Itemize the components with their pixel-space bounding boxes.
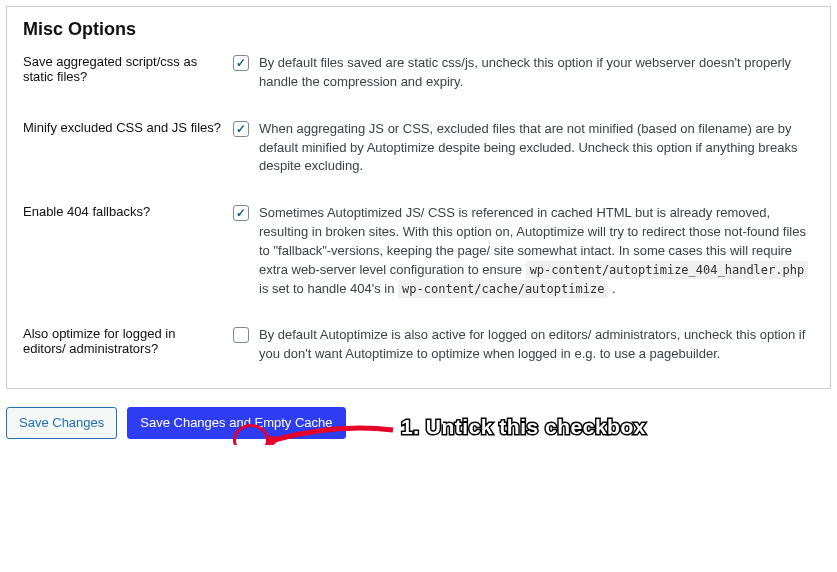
checkbox-minify-excluded[interactable] xyxy=(233,121,249,137)
panel-title: Misc Options xyxy=(23,19,814,40)
code-handler-path: wp-content/autoptimize_404_handler.php xyxy=(526,261,809,279)
desc-enable-404: Sometimes Autoptimized JS/ CSS is refere… xyxy=(259,204,814,298)
code-cache-path: wp-content/cache/autoptimize xyxy=(398,280,608,298)
desc-also-optimize: By default Autoptimize is also active fo… xyxy=(259,326,814,364)
label-save-static: Save aggregated script/css as static fil… xyxy=(23,54,233,92)
action-bar: Save Changes Save Changes and Empty Cach… xyxy=(6,407,831,439)
save-changes-button[interactable]: Save Changes xyxy=(6,407,117,439)
desc-minify-excluded: When aggregating JS or CSS, excluded fil… xyxy=(259,120,814,177)
save-and-empty-cache-button[interactable]: Save Changes and Empty Cache xyxy=(127,407,345,439)
row-minify-excluded: Minify excluded CSS and JS files? When a… xyxy=(23,120,814,177)
misc-options-panel: Misc Options Save aggregated script/css … xyxy=(6,6,831,389)
checkbox-also-optimize[interactable] xyxy=(233,327,249,343)
row-enable-404: Enable 404 fallbacks? Sometimes Autoptim… xyxy=(23,204,814,298)
desc-save-static: By default files saved are static css/js… xyxy=(259,54,814,92)
label-enable-404: Enable 404 fallbacks? xyxy=(23,204,233,298)
label-minify-excluded: Minify excluded CSS and JS files? xyxy=(23,120,233,177)
row-also-optimize: Also optimize for logged in editors/ adm… xyxy=(23,326,814,364)
checkbox-enable-404[interactable] xyxy=(233,205,249,221)
label-also-optimize: Also optimize for logged in editors/ adm… xyxy=(23,326,233,364)
checkbox-save-static[interactable] xyxy=(233,55,249,71)
row-save-static: Save aggregated script/css as static fil… xyxy=(23,54,814,92)
